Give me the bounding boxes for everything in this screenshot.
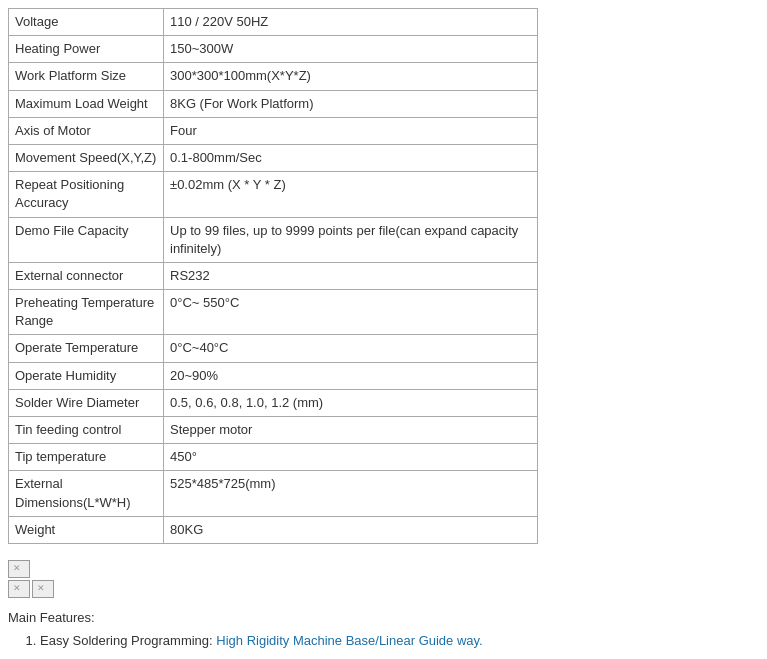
spec-label: External connector [9,262,164,289]
spec-value: RS232 [164,262,538,289]
spec-label: Solder Wire Diameter [9,389,164,416]
spec-value: Stepper motor [164,417,538,444]
spec-value: 0°C~40°C [164,335,538,362]
spec-label: Tip temperature [9,444,164,471]
spec-value: 110 / 220V 50HZ [164,9,538,36]
feature-prefix: Easy Soldering Programming: [40,633,216,648]
spec-label: Movement Speed(X,Y,Z) [9,144,164,171]
spec-label: Voltage [9,9,164,36]
features-title: Main Features: [8,610,759,625]
spec-label: Tin feeding control [9,417,164,444]
broken-image-3 [32,580,54,598]
spec-label: Weight [9,516,164,543]
spec-label: Work Platform Size [9,63,164,90]
spec-label: External Dimensions(L*W*H) [9,471,164,516]
spec-label: Axis of Motor [9,117,164,144]
features-section: Main Features: Easy Soldering Programmin… [8,610,759,659]
spec-value: 0.5, 0.6, 0.8, 1.0, 1.2 (mm) [164,389,538,416]
spec-label: Operate Humidity [9,362,164,389]
feature-item: Change Producing process, Quality Contro… [40,654,759,659]
spec-label: Demo File Capacity [9,217,164,262]
spec-label: Preheating Temperature Range [9,290,164,335]
feature-highlight: High Rigidity Machine Base/Linear Guide … [216,633,482,648]
spec-value: Up to 99 files, up to 9999 points per fi… [164,217,538,262]
spec-value: Four [164,117,538,144]
features-list: Easy Soldering Programming: High Rigidit… [40,631,759,659]
spec-value: 150~300W [164,36,538,63]
spec-value: 80KG [164,516,538,543]
spec-value: 450° [164,444,538,471]
spec-value: 8KG (For Work Platform) [164,90,538,117]
broken-image-2 [8,580,30,598]
spec-value: 20~90% [164,362,538,389]
spec-value: 0.1-800mm/Sec [164,144,538,171]
spec-value: 525*485*725(mm) [164,471,538,516]
spec-label: Heating Power [9,36,164,63]
spec-label: Repeat Positioning Accuracy [9,172,164,217]
spec-value: 0°C~ 550°C [164,290,538,335]
spec-value: 300*300*100mm(X*Y*Z) [164,63,538,90]
spec-label: Operate Temperature [9,335,164,362]
spec-label: Maximum Load Weight [9,90,164,117]
feature-item: Easy Soldering Programming: High Rigidit… [40,631,759,651]
specs-table: Voltage110 / 220V 50HZHeating Power150~3… [8,8,538,544]
images-section [8,560,759,600]
broken-image-1 [8,560,30,578]
spec-value: ±0.02mm (X * Y * Z) [164,172,538,217]
